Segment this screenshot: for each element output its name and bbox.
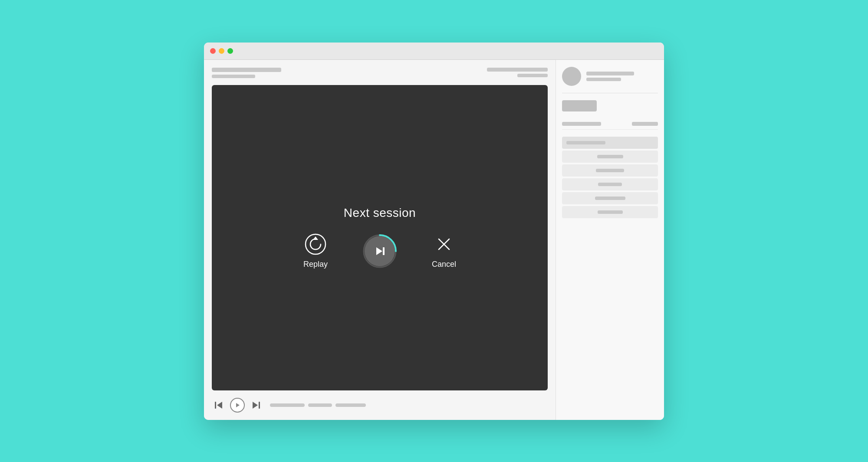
- cancel-label: Cancel: [432, 260, 456, 269]
- playlist-area: [562, 137, 658, 220]
- right-panel: [556, 60, 664, 420]
- transport-bar: [212, 396, 548, 414]
- skip-forward-icon: [251, 400, 261, 410]
- play-next-button[interactable]: [365, 236, 395, 266]
- app-window: Next session Replay: [204, 43, 664, 420]
- left-panel: Next session Replay: [204, 60, 556, 420]
- controls-row: Replay: [303, 233, 456, 269]
- avatar: [562, 67, 581, 86]
- header-right: [487, 68, 548, 77]
- playlist-item-4[interactable]: [562, 192, 658, 204]
- header-right-bar2: [517, 74, 548, 77]
- svg-rect-5: [383, 247, 385, 255]
- user-name-bar: [586, 72, 634, 75]
- playlist-item-3-bar: [598, 183, 622, 186]
- playlist-item-2-bar: [596, 169, 624, 172]
- user-info: [562, 67, 658, 93]
- playlist-item-1[interactable]: [562, 151, 658, 163]
- action-button-placeholder[interactable]: [562, 100, 597, 111]
- playlist-header-bar: [566, 141, 605, 144]
- main-content: Next session Replay: [204, 60, 664, 420]
- cancel-x-icon: [433, 233, 455, 256]
- replay-button[interactable]: Replay: [303, 233, 328, 269]
- title-placeholder: [212, 68, 281, 72]
- progress-bar2: [308, 403, 332, 407]
- next-session-title: Next session: [344, 206, 416, 220]
- playlist-item-5[interactable]: [562, 206, 658, 218]
- svg-marker-4: [376, 247, 382, 255]
- subtitle-placeholder: [212, 75, 255, 78]
- close-button[interactable]: [210, 48, 216, 54]
- svg-rect-8: [215, 402, 216, 409]
- playlist-item-4-bar: [595, 197, 625, 200]
- svg-marker-12: [253, 402, 258, 409]
- svg-marker-9: [217, 402, 222, 409]
- video-player: Next session Replay: [212, 85, 548, 390]
- cancel-button[interactable]: Cancel: [432, 233, 456, 269]
- traffic-lights: [210, 48, 233, 54]
- progress-bar1: [270, 403, 305, 407]
- header-area: [212, 68, 548, 78]
- skip-back-button[interactable]: [214, 400, 224, 410]
- next-session-overlay: Next session Replay: [303, 206, 456, 269]
- user-details: [586, 72, 634, 81]
- replay-icon: [304, 233, 327, 256]
- playlist-header-item[interactable]: [562, 137, 658, 149]
- playlist-item-5-bar: [598, 210, 623, 214]
- replay-label: Replay: [303, 260, 328, 269]
- header-left: [212, 68, 281, 78]
- playlist-item-1-bar: [597, 155, 623, 158]
- section-right-label: [632, 122, 658, 126]
- svg-marker-10: [236, 403, 240, 407]
- section-header: [562, 122, 658, 130]
- playlist-item-2[interactable]: [562, 164, 658, 177]
- maximize-button[interactable]: [227, 48, 233, 54]
- user-sub-bar: [586, 78, 621, 81]
- progress-bar3: [335, 403, 366, 407]
- play-pause-button[interactable]: [230, 398, 245, 413]
- action-area: [562, 100, 658, 115]
- minimize-button[interactable]: [219, 48, 224, 54]
- play-next-container: [362, 234, 397, 269]
- section-left-label: [562, 122, 601, 126]
- title-bar: [204, 43, 664, 60]
- progress-bars: [270, 403, 366, 407]
- skip-back-icon: [214, 400, 224, 410]
- header-right-bar1: [487, 68, 548, 72]
- svg-rect-11: [259, 402, 260, 409]
- svg-marker-1: [313, 236, 318, 240]
- playlist-item-3[interactable]: [562, 178, 658, 190]
- skip-next-icon: [374, 246, 385, 257]
- play-circle: [230, 398, 245, 413]
- skip-forward-button[interactable]: [251, 400, 261, 410]
